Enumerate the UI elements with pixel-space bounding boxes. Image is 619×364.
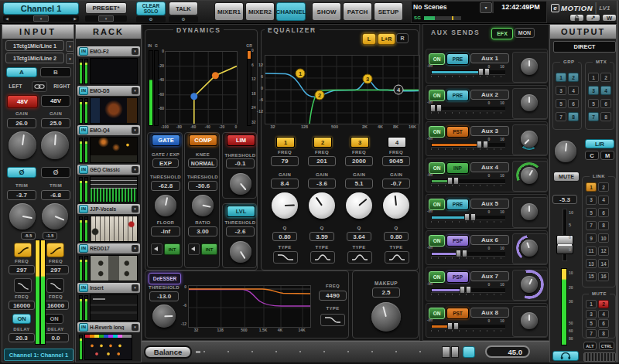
balance-button[interactable]: Balance (144, 345, 192, 359)
eq-band-4-type-icon[interactable] (385, 251, 409, 264)
rack-slot[interactable]: INEMO-Q4▾ (77, 125, 140, 163)
rack-slot[interactable]: INEMO-F2▾ (77, 46, 140, 84)
eq-band-3-type-icon[interactable] (347, 251, 372, 264)
aux-2-slider-track[interactable] (431, 107, 505, 111)
chevron-down-icon[interactable]: ▾ (132, 87, 139, 94)
hpf-freq-right-value[interactable]: 297 (43, 265, 69, 274)
chevron-down-icon[interactable]: ▾ (132, 206, 139, 213)
phase-left-button[interactable]: Ø (7, 167, 36, 178)
aux-8-mode-button[interactable]: PST (446, 308, 469, 319)
comp-button[interactable]: COMP (189, 134, 217, 146)
mtx-button-3[interactable]: 3 (588, 86, 599, 95)
mute-button-7[interactable]: 7 (586, 329, 597, 338)
mute-button-8[interactable]: 8 (598, 329, 609, 338)
clear-solo-gear-icon[interactable]: ⚙ (136, 16, 166, 22)
eq-band-2-freq-value[interactable]: 201 (308, 156, 336, 166)
deesser-type-icon[interactable] (320, 314, 345, 326)
aux-6-knob[interactable] (521, 240, 538, 257)
eq-band-4-gain-value[interactable]: -0.7 (382, 179, 410, 189)
waves-logo[interactable]: W (602, 14, 617, 22)
aux-efx-button[interactable]: EFX (491, 28, 513, 39)
lim-button[interactable]: LIM (227, 134, 255, 146)
eq-band-3-q-value[interactable]: 3.64 (347, 232, 371, 241)
deesser-button[interactable]: DeESSER (149, 273, 181, 284)
link-button-6[interactable]: 6 (598, 208, 609, 217)
rack-in-button[interactable]: IN (79, 284, 88, 292)
gate-floor-value[interactable]: -Inf (151, 226, 180, 236)
output-pan-knob[interactable] (555, 141, 576, 162)
grp-button-2[interactable]: 2 (568, 73, 579, 82)
mtx-button-8[interactable]: 8 (600, 112, 611, 121)
lvl-threshold-knob[interactable] (230, 241, 251, 263)
aux-2-mode-button[interactable]: PRE (446, 90, 469, 101)
tab-setup[interactable]: SETUP (374, 2, 403, 21)
link-button-1[interactable]: 1 (586, 182, 597, 192)
hpf-freq-left-value[interactable]: 297 (9, 265, 35, 274)
rack-in-button[interactable]: IN (79, 126, 88, 134)
mtx-button-7[interactable]: 7 (588, 112, 599, 121)
mute-button-3[interactable]: 3 (586, 310, 597, 318)
grp-button-7[interactable]: 7 (556, 112, 566, 121)
aux-mon-button[interactable]: MON (515, 28, 535, 38)
lpf-left-icon[interactable] (14, 278, 32, 293)
balance-toggle-button[interactable] (463, 346, 475, 358)
link-button-2[interactable]: 2 (598, 182, 609, 192)
comp-threshold-handle[interactable] (212, 72, 219, 79)
eq-channel-l[interactable]: L (362, 33, 376, 45)
gate-listen-icon[interactable] (151, 243, 162, 255)
input-source-1-dropdown-icon[interactable]: ▾ (66, 41, 74, 52)
rack-plugin-thumbnail[interactable] (90, 216, 138, 242)
mtx-button-4[interactable]: 4 (600, 86, 611, 95)
trim-right-value[interactable]: -6.8 (41, 190, 70, 200)
gate-threshold-knob[interactable] (155, 195, 176, 216)
eq-band-4-freq-value[interactable]: 9045 (382, 156, 410, 166)
rack-plugin-thumbnail[interactable] (90, 176, 138, 202)
chevron-down-icon[interactable]: ▾ (132, 245, 139, 252)
eq-band-1-freq-value[interactable]: 79 (271, 156, 299, 166)
grp-button-8[interactable]: 8 (568, 112, 579, 121)
aux-4-name[interactable]: Aux 4 (470, 162, 509, 172)
rack-plugin-thumbnail[interactable] (90, 137, 138, 163)
scene-dropdown-icon[interactable]: ▾ (480, 2, 492, 13)
aux-8-on-button[interactable]: ON (429, 308, 445, 319)
aux-4-knob[interactable] (521, 167, 538, 184)
balance-slider-handle[interactable] (442, 346, 459, 358)
aux-5-on-button[interactable]: ON (429, 199, 445, 210)
delay-on-right-button[interactable]: ON (45, 314, 63, 324)
gate-int-button[interactable]: INT (164, 243, 180, 255)
eq-band-2-gain-knob[interactable] (309, 192, 335, 219)
preset-button[interactable]: PRESET* (85, 2, 127, 14)
trim-left-value[interactable]: -3.7 (7, 190, 36, 200)
aux-8-slider-handle[interactable] (447, 322, 459, 330)
talk-button[interactable]: TALK (169, 2, 198, 15)
gate-mode-value[interactable]: EXP (152, 158, 179, 168)
mtx-button-1[interactable]: 1 (588, 73, 599, 82)
aux-1-name[interactable]: Aux 1 (470, 53, 509, 63)
aux-1-on-button[interactable]: ON (429, 53, 445, 65)
delay-left-value[interactable]: 20.3 (9, 333, 35, 342)
eq-band-3-freq-value[interactable]: 2000 (345, 156, 373, 166)
link-button-4[interactable]: 4 (598, 196, 609, 205)
aux-5-knob[interactable] (521, 203, 538, 220)
input-source-2-dropdown-icon[interactable]: ▾ (66, 53, 74, 64)
link-button-9[interactable]: 9 (586, 233, 597, 243)
rack-plugin-thumbnail[interactable] (90, 58, 138, 84)
channel-next-icon[interactable]: ▶ (74, 16, 77, 21)
aux-8-name[interactable]: Aux 8 (470, 308, 509, 318)
chevron-down-icon[interactable]: ▾ (132, 127, 139, 134)
aux-8-knob[interactable] (521, 312, 538, 329)
eq-band-3-tab[interactable]: 3 (351, 137, 369, 148)
mute-button-6[interactable]: 6 (598, 319, 609, 328)
link-button-8[interactable]: 8 (598, 221, 609, 230)
mtx-button-5[interactable]: 5 (588, 99, 599, 108)
rack-slot[interactable]: INGEQ Classic▾ (77, 165, 140, 202)
rack-in-button[interactable]: IN (79, 47, 88, 56)
gain-right-knob[interactable] (41, 131, 69, 159)
link-button-15[interactable]: 15 (586, 272, 597, 281)
eq-band-2-gain-value[interactable]: -3.6 (308, 179, 336, 189)
hpf-left-icon[interactable] (14, 243, 32, 257)
rack-slot[interactable]: INREDD17▾ (77, 243, 140, 281)
delay-right-value[interactable]: 0.0 (43, 333, 69, 342)
stereo-link-icon[interactable] (32, 81, 47, 92)
rack-in-button[interactable]: IN (79, 165, 88, 174)
